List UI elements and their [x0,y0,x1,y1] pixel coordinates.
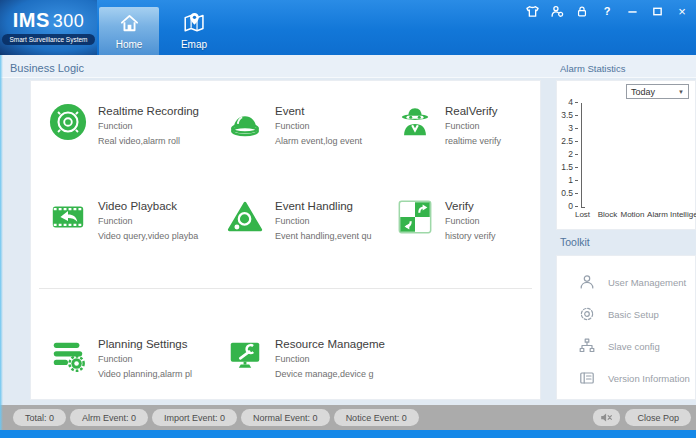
x-category-label: Motion [620,210,645,219]
feature-title: Event [275,104,362,119]
window-border-bottom [0,430,696,438]
map-pin-icon [181,10,208,37]
feature-title: Realtime Recording [98,104,199,119]
chart-bars [583,103,690,207]
feature-subtitle: Function [98,352,192,367]
y-tick-label: 1.5 [557,163,578,172]
alarm-dome-icon [226,103,264,141]
x-category-label: Block [595,210,620,219]
y-tick-label: 3.5 [557,111,578,120]
y-tick-label: 2 [557,150,578,159]
feature-description: Event handling,event qu [275,229,372,244]
feature-description: Alarm event,log event [275,134,362,149]
business-logic-title: Business Logic [10,62,84,74]
feature-item-planning-settings[interactable]: Planning Settings Function Video plannin… [49,336,192,382]
feature-title: Video Playback [98,199,198,214]
app-logo: IMS300 Smart Surveillance System [0,0,97,55]
tab-emap[interactable]: Emap [164,7,224,55]
toolkit-item-label: Version Information [608,373,690,384]
feature-title: Planning Settings [98,337,192,352]
feature-subtitle: Function [98,214,198,229]
status-pill-import-event[interactable]: Import Event: 0 [152,409,237,426]
period-select[interactable]: Today ▼ [626,84,689,99]
toolkit-item-user-management[interactable]: User Management [557,266,695,298]
feature-item-realtime-recording[interactable]: Realtime Recording Function Real video,a… [49,103,199,149]
app-tagline: Smart Surveillance System [2,34,94,45]
mute-button[interactable] [593,409,620,426]
version-info-icon [579,370,595,386]
feature-subtitle: Function [275,214,372,229]
app-title: IMS300 [13,10,85,31]
toolkit-item-label: Basic Setup [608,309,659,320]
status-pill-normal-event[interactable]: Normal Event: 0 [241,409,330,426]
chevron-down-icon: ▼ [678,89,688,95]
feature-subtitle: Function [445,214,496,229]
status-pill-alrm-event[interactable]: Alrm Event: 0 [70,409,148,426]
window-controls: ? × [524,4,690,18]
minimize-icon[interactable] [624,4,640,18]
business-logic-panel: Realtime Recording Function Real video,a… [30,80,541,400]
chart-axis-line [581,103,582,207]
window-border-left [0,55,3,430]
feature-title: Resource Manageme [275,337,385,352]
close-icon[interactable]: × [674,4,690,18]
x-category-label: Intelligent [670,210,695,219]
main-content: Business Logic Alarm Statistics Toolkit … [0,55,696,405]
monitor-wrench-icon [226,336,264,374]
chart-y-axis: 43.532.521.510.50 [557,98,578,211]
y-tick-label: 0.5 [557,189,578,198]
toolkit-item-label: User Management [608,277,686,288]
feature-subtitle: Function [275,352,385,367]
feature-item-video-playback[interactable]: Video Playback Function Video query,vide… [49,198,198,244]
help-icon[interactable]: ? [599,4,615,18]
tab-home-label: Home [116,39,143,50]
toolkit-item-slave-config[interactable]: Slave config [557,330,695,362]
feature-description: Real video,alarm roll [98,134,199,149]
feature-item-realverify[interactable]: RealVerify Function realtime verify [396,103,501,149]
y-tick-label: 4 [557,98,578,107]
toolkit-item-version-information[interactable]: Version Information [557,362,695,394]
app-window: IMS300 Smart Surveillance System Home [0,0,696,438]
network-tree-icon [579,338,595,354]
gear-icon [579,306,595,322]
panel-divider [39,288,532,289]
status-right-buttons: Close Pop [593,409,691,426]
app-title-sub: 300 [53,11,85,31]
close-pop-button[interactable]: Close Pop [625,409,691,426]
feature-description: history verify [445,229,496,244]
maximize-icon[interactable] [649,4,665,18]
x-category-label: Alarm [645,210,670,219]
tab-emap-label: Emap [181,39,207,50]
feature-title: Event Handling [275,199,372,214]
y-tick-label: 1 [557,176,578,185]
status-pill-total[interactable]: Total: 0 [13,409,66,426]
user-settings-icon[interactable] [549,4,565,18]
feature-description: Video planning,alarm pl [98,367,192,382]
top-bar: IMS300 Smart Surveillance System Home [0,0,696,55]
toolkit-panel: User Management Basic Setup Slave config [556,255,696,400]
status-pill-notice-event[interactable]: Notice Event: 0 [334,409,419,426]
feature-item-verify[interactable]: Verify Function history verify [396,198,496,244]
toolkit-title: Toolkit [560,236,590,248]
chart-x-labels: LostBlockMotionAlarmIntelligent [570,210,695,219]
triangle-magnifier-icon [226,198,264,236]
spy-icon [396,103,434,141]
chart-axis-foot [581,207,585,208]
lock-icon[interactable] [574,4,590,18]
user-icon [579,274,595,290]
feature-item-event-handling[interactable]: Event Handling Function Event handling,e… [226,198,372,244]
x-category-label: Lost [570,210,595,219]
feature-title: RealVerify [445,104,501,119]
playlist-gear-icon [49,336,87,374]
status-bar: Total: 0 Alrm Event: 0 Import Event: 0 N… [0,405,696,430]
feature-item-resource-management[interactable]: Resource Manageme Function Device manage… [226,336,385,382]
skin-icon[interactable] [524,4,540,18]
toolkit-item-basic-setup[interactable]: Basic Setup [557,298,695,330]
feature-item-event[interactable]: Event Function Alarm event,log event [226,103,362,149]
film-rewind-icon [49,198,87,236]
tab-home[interactable]: Home [99,7,159,55]
feature-description: Device manage,device g [275,367,385,382]
feature-subtitle: Function [445,119,501,134]
record-lens-icon [49,103,87,141]
feature-description: realtime verify [445,134,501,149]
